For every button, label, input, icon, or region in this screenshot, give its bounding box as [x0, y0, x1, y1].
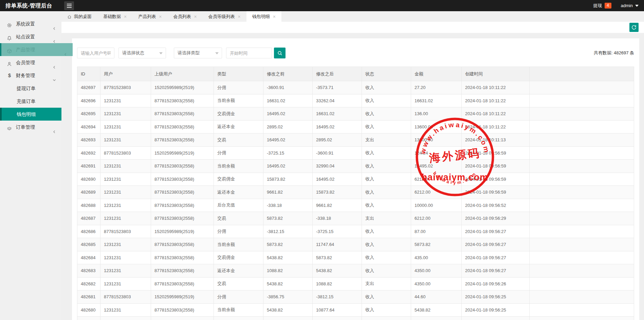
table-cell: 返还本金 [214, 264, 263, 278]
table-cell [263, 317, 313, 320]
status-select-value: 请选择状态 [122, 50, 144, 55]
chevron-down-icon [52, 73, 56, 86]
close-icon[interactable]: × [124, 14, 127, 19]
search-button[interactable] [274, 48, 286, 58]
tab-my-desktop[interactable]: 我的桌面 [61, 11, 97, 22]
sidebar-item-site-settings[interactable]: 站点设置 [0, 30, 61, 43]
cube-icon [7, 44, 12, 57]
table-cell [151, 317, 214, 320]
withdraw-badge: 4 [605, 3, 611, 8]
table-cell: 1231231 [100, 107, 151, 121]
table-cell: 5438.82 [263, 251, 313, 264]
table-cell: 1231231 [100, 277, 151, 290]
table-cell: 1231231 [100, 120, 151, 134]
start-time-input[interactable] [226, 48, 272, 58]
table-cell: 87781523803(2558) [151, 264, 214, 278]
tab-member-level-list[interactable]: 会员等级列表 × [203, 11, 246, 22]
sidebar-item-member-management[interactable]: 会员管理 [0, 56, 61, 69]
table-cell: 87781523803(2558) [151, 107, 214, 121]
table-cell: 482683 [77, 264, 100, 278]
user-menu[interactable]: admin [621, 3, 639, 8]
close-icon[interactable]: × [273, 14, 276, 19]
table-cell [530, 81, 634, 94]
table-cell: 收入 [362, 81, 411, 94]
table-cell: 482680 [77, 303, 100, 317]
sidebar-item-recharge-orders[interactable]: 充值订单 [0, 95, 61, 108]
table-cell: 16631.02 [411, 94, 462, 107]
tab-label: 会员等级列表 [208, 14, 235, 20]
table-cell [530, 264, 634, 278]
tab-label: 基础数据 [103, 14, 121, 20]
table-cell: 87781523803(2558) [151, 251, 214, 264]
toolbar [61, 22, 644, 33]
layers-icon [7, 122, 12, 135]
table-cell: 136.00 [411, 107, 462, 121]
sidebar-item-order-management[interactable]: 订单管理 [0, 121, 61, 134]
tab-basic-data[interactable]: 基础数据 × [97, 11, 132, 22]
table-cell: 5873.82 [263, 238, 313, 251]
tab-product-list[interactable]: 产品列表 × [132, 11, 167, 22]
close-icon[interactable]: × [159, 14, 162, 19]
sidebar-item-finance-management[interactable]: $财务管理 [0, 69, 61, 82]
table-cell: 分佣 [214, 225, 263, 238]
withdraw-link[interactable]: 提现 4 [593, 3, 611, 9]
table-cell: 2024-01-18 09:56:26 [462, 277, 530, 290]
table-cell: 124.24 [411, 146, 462, 160]
table-cell: 收入 [362, 225, 411, 238]
table-cell: 621.20 [411, 173, 462, 186]
table-cell: 5438.82 [263, 303, 313, 317]
refresh-icon [631, 24, 637, 30]
table-cell: 支出 [362, 212, 411, 225]
refresh-button[interactable] [629, 23, 639, 32]
withdraw-label: 提现 [593, 3, 602, 9]
table-cell: 2024-01-18 10:11:13 [462, 134, 530, 147]
table-cell [530, 160, 634, 173]
close-icon[interactable]: × [238, 14, 241, 19]
tab-member-list[interactable]: 会员列表 × [167, 11, 202, 22]
table-cell: 2024-01-18 10:11:22 [462, 107, 530, 121]
caret-down-icon [635, 5, 639, 7]
table-cell: 482696 [77, 94, 100, 107]
table-cell [530, 238, 634, 251]
close-icon[interactable]: × [194, 14, 197, 19]
table-cell: 482681 [77, 290, 100, 304]
table-cell: 2024-01-18 09:56:59 [462, 146, 530, 160]
table-cell: 16495.02 [411, 160, 462, 173]
table-cell: 482697 [77, 81, 100, 94]
table-cell: -3600.91 [313, 146, 362, 160]
sidebar-item-system-settings[interactable]: 系统设置 [0, 17, 61, 30]
table-cell [530, 146, 634, 160]
table-row: 4826928778152380315202595989(2519)分佣-372… [77, 146, 634, 160]
sidebar-item-label: 产品管理 [16, 47, 35, 52]
table-cell: 10877.64 [313, 303, 362, 317]
column-header-status: 状态 [362, 67, 411, 81]
table-cell: 1231231 [100, 264, 151, 278]
caret-down-icon [159, 52, 163, 54]
table-cell: 2024-01-18 10:11:22 [462, 81, 530, 94]
type-select[interactable]: 请选择类型 [174, 48, 222, 58]
table-cell: 482682 [77, 277, 100, 290]
table-row: 482687123123187781523803(2558)交易5873.82-… [77, 212, 634, 225]
sidebar-item-product-management[interactable]: 产品管理 [0, 43, 73, 56]
table-cell: 1231231 [100, 251, 151, 264]
table-cell: 13600.00 [411, 134, 462, 147]
sidebar-item-wallet-details[interactable]: 钱包明细 [0, 108, 61, 121]
sidebar-toggle-button[interactable] [64, 1, 74, 10]
table-cell: 33262.04 [313, 94, 362, 107]
tab-label: 会员列表 [173, 14, 191, 20]
table-cell: 收入 [362, 303, 411, 317]
sidebar-item-label: 站点设置 [16, 34, 35, 39]
table-cell: 87781523803(2558) [151, 199, 214, 212]
user-number-input[interactable] [77, 48, 114, 58]
table-cell: 2024-01-18 10:11:22 [462, 94, 530, 107]
status-select[interactable]: 请选择状态 [118, 48, 166, 58]
table-cell: 分佣 [214, 290, 263, 304]
table-cell: 16495.02 [313, 120, 362, 134]
table-cell: -3856.75 [263, 290, 313, 304]
table-cell: 435.00 [411, 251, 462, 264]
tab-wallet-details[interactable]: 钱包明细 × [246, 11, 281, 22]
sidebar-item-label: 系统设置 [16, 21, 35, 26]
table-cell: -338.18 [313, 212, 362, 225]
caret-down-icon [215, 52, 219, 54]
table-cell: 87781523803 [100, 290, 151, 304]
